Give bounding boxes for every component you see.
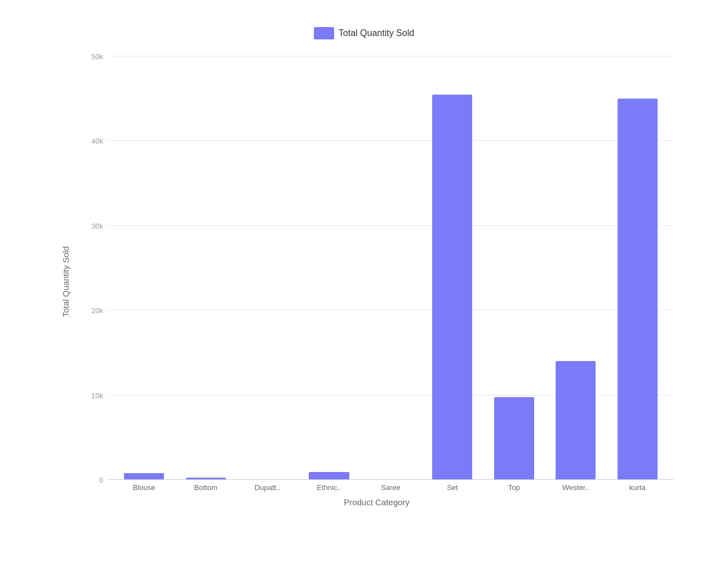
y-tick-label: 30k — [78, 221, 103, 230]
bar-group[interactable] — [483, 56, 545, 480]
bar-group[interactable] — [607, 56, 668, 480]
x-tick-label: Top — [508, 483, 520, 492]
bar[interactable] — [556, 361, 596, 480]
y-tick-label: 10k — [78, 391, 103, 399]
bar[interactable] — [618, 99, 658, 480]
x-axis-title: Product Category — [79, 497, 674, 507]
bar[interactable] — [309, 472, 349, 480]
plot-area: 50k40k30k20k10k0 — [79, 56, 674, 480]
y-tick-label: 40k — [78, 137, 103, 145]
bar-group[interactable] — [237, 56, 298, 480]
x-axis-line — [108, 479, 674, 480]
x-tick-label: Wester.. — [562, 483, 589, 492]
bars-section — [108, 56, 674, 480]
bar[interactable] — [432, 95, 472, 480]
x-tick-label: Set — [447, 483, 458, 492]
chart-plot: 50k40k30k20k10k0 BlouseBottomDupatt..Eth… — [79, 56, 674, 507]
y-tick-label: 50k — [78, 52, 103, 61]
legend-color-swatch — [314, 27, 334, 39]
bar-group[interactable] — [175, 56, 236, 480]
x-label-group: Top — [483, 483, 545, 492]
x-label-group: Bottom — [175, 483, 236, 492]
x-label-group: Blouse — [113, 483, 175, 492]
y-axis-label: Total Quantity Sold — [54, 56, 77, 507]
y-tick-label: 20k — [78, 306, 103, 315]
x-tick-label: Blouse — [133, 483, 156, 492]
bar-group[interactable] — [360, 56, 421, 480]
bar-group[interactable] — [298, 56, 359, 480]
bar-group[interactable] — [113, 56, 175, 480]
bar[interactable] — [494, 397, 534, 480]
x-label-group: Set — [421, 483, 483, 492]
x-label-group: Ethnic.. — [298, 483, 359, 492]
y-tick-label: 0 — [78, 476, 103, 484]
x-labels: BlouseBottomDupatt..Ethnic..SareeSetTopW… — [79, 483, 674, 492]
x-label-group: Dupatt.. — [237, 483, 298, 492]
x-tick-label: Dupatt.. — [255, 483, 281, 492]
chart-legend: Total Quantity Sold — [314, 27, 414, 39]
x-tick-label: Ethnic.. — [317, 483, 341, 492]
x-tick-label: kurta — [629, 483, 646, 492]
bar-group[interactable] — [545, 56, 606, 480]
chart-container: Total Quantity Sold Total Quantity Sold … — [54, 27, 674, 534]
chart-area: Total Quantity Sold 50k40k30k20k10k0 Blo… — [54, 56, 674, 507]
x-label-group: Wester.. — [545, 483, 606, 492]
bar-group[interactable] — [421, 56, 483, 480]
x-tick-label: Saree — [381, 483, 401, 492]
legend-label: Total Quantity Sold — [339, 28, 414, 38]
x-tick-label: Bottom — [194, 483, 217, 492]
x-label-group: Saree — [360, 483, 421, 492]
x-label-group: kurta — [607, 483, 668, 492]
